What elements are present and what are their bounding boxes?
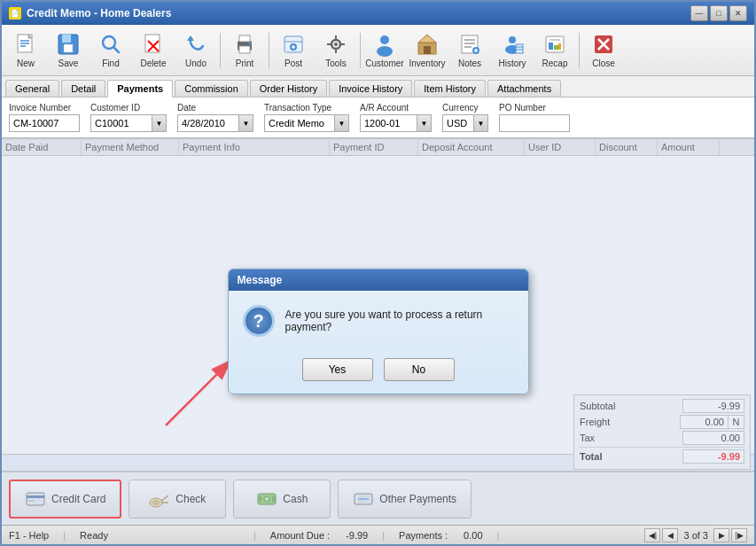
currency-dropdown[interactable]: ▼ bbox=[474, 114, 488, 132]
svg-point-29 bbox=[380, 35, 389, 44]
undo-button[interactable]: Undo bbox=[175, 28, 216, 73]
inventory-button[interactable]: Inventory bbox=[407, 28, 448, 73]
tools-button[interactable]: Tools bbox=[316, 28, 356, 73]
message-dialog: Message ? Are you sure you want to proce… bbox=[228, 269, 529, 394]
tab-order-history[interactable]: Order History bbox=[250, 80, 327, 97]
tab-payments[interactable]: Payments bbox=[107, 80, 173, 98]
tab-detail[interactable]: Detail bbox=[61, 80, 105, 97]
customer-icon bbox=[372, 32, 397, 57]
tab-general[interactable]: General bbox=[5, 80, 59, 97]
tab-commission[interactable]: Commission bbox=[175, 80, 248, 97]
save-button[interactable]: Save bbox=[48, 28, 89, 73]
close-button[interactable]: Close bbox=[583, 28, 624, 73]
maximize-button[interactable]: □ bbox=[710, 5, 728, 21]
help-text: F1 - Help bbox=[9, 530, 49, 541]
history-label: History bbox=[498, 58, 526, 68]
notes-label: Notes bbox=[458, 58, 481, 68]
status-bar: F1 - Help | Ready | Amount Due : -9.99 |… bbox=[2, 525, 754, 544]
dialog-question-icon: ? bbox=[243, 305, 275, 337]
notes-button[interactable]: Notes bbox=[449, 28, 490, 73]
customer-id-dropdown[interactable]: ▼ bbox=[152, 114, 167, 132]
amount-due-label: Amount Due : bbox=[270, 530, 330, 541]
currency-label: Currency bbox=[442, 103, 488, 113]
svg-line-9 bbox=[113, 47, 119, 52]
invoice-number-input[interactable] bbox=[9, 114, 80, 132]
new-button[interactable]: New bbox=[5, 28, 46, 73]
tab-item-history[interactable]: Item History bbox=[414, 80, 486, 97]
save-icon bbox=[56, 32, 81, 57]
delete-button[interactable]: Delete bbox=[133, 28, 174, 73]
close-window-button[interactable]: ✕ bbox=[729, 5, 747, 21]
svg-marker-32 bbox=[418, 35, 436, 43]
payments-label: Payments : bbox=[399, 530, 448, 541]
ar-account-dropdown[interactable]: ▼ bbox=[417, 114, 432, 132]
svg-rect-43 bbox=[516, 44, 523, 53]
window-title: Credit Memo - Home Dealers bbox=[27, 7, 171, 20]
svg-rect-7 bbox=[64, 44, 73, 52]
notes-icon bbox=[457, 32, 482, 57]
tab-attachments[interactable]: Attachments bbox=[487, 80, 561, 97]
ar-account-label: A/R Account bbox=[360, 103, 432, 113]
no-button[interactable]: No bbox=[384, 358, 455, 381]
post-button[interactable]: Post bbox=[273, 28, 314, 73]
print-button[interactable]: Print bbox=[224, 28, 265, 73]
recap-icon bbox=[542, 32, 567, 57]
svg-marker-13 bbox=[187, 35, 194, 41]
date-input[interactable] bbox=[177, 114, 239, 132]
history-icon bbox=[500, 32, 525, 57]
tools-label: Tools bbox=[325, 58, 346, 68]
post-label: Post bbox=[284, 58, 302, 68]
po-number-input[interactable] bbox=[499, 114, 570, 132]
status-text: Ready bbox=[80, 530, 108, 541]
date-label: Date bbox=[177, 103, 253, 113]
post-icon bbox=[281, 32, 306, 57]
print-label: Print bbox=[236, 58, 254, 68]
find-button[interactable]: Find bbox=[90, 28, 131, 73]
tab-bar: General Detail Payments Commission Order… bbox=[2, 76, 754, 98]
transaction-type-label: Transaction Type bbox=[264, 103, 349, 113]
ar-account-input[interactable] bbox=[360, 114, 417, 132]
find-icon bbox=[98, 32, 123, 57]
customer-button[interactable]: Customer bbox=[364, 28, 405, 73]
recap-label: Recap bbox=[542, 58, 568, 68]
next-record-button[interactable]: ▶ bbox=[713, 528, 729, 542]
transaction-type-dropdown[interactable]: ▼ bbox=[335, 114, 349, 132]
first-record-button[interactable]: ◀| bbox=[644, 528, 660, 542]
save-label: Save bbox=[58, 58, 79, 68]
svg-point-41 bbox=[509, 36, 516, 43]
page-info: 3 of 3 bbox=[683, 530, 708, 541]
recap-button[interactable]: Recap bbox=[534, 28, 575, 73]
amount-due-value: -9.99 bbox=[346, 530, 368, 541]
date-dropdown[interactable]: ▼ bbox=[239, 114, 253, 132]
po-number-label: PO Number bbox=[499, 103, 570, 113]
inventory-label: Inventory bbox=[409, 58, 445, 68]
svg-rect-49 bbox=[554, 45, 558, 50]
tab-invoice-history[interactable]: Invoice History bbox=[329, 80, 412, 97]
delete-label: Delete bbox=[141, 58, 167, 68]
window-icon: 📄 bbox=[9, 7, 21, 20]
last-record-button[interactable]: |▶ bbox=[731, 528, 747, 542]
svg-rect-50 bbox=[558, 43, 561, 50]
find-label: Find bbox=[102, 58, 119, 68]
minimize-button[interactable]: — bbox=[690, 5, 708, 21]
payments-value: 0.00 bbox=[464, 530, 482, 541]
yes-button[interactable]: Yes bbox=[302, 358, 373, 381]
svg-point-24 bbox=[334, 43, 338, 46]
customer-id-input[interactable] bbox=[90, 114, 152, 132]
dialog-title: Message bbox=[229, 269, 528, 291]
history-button[interactable]: History bbox=[492, 28, 533, 73]
currency-input[interactable] bbox=[442, 114, 474, 132]
prev-record-button[interactable]: ◀ bbox=[662, 528, 678, 542]
delete-icon bbox=[141, 32, 166, 57]
toolbar: New Save Find Delete Und bbox=[2, 25, 754, 76]
svg-rect-16 bbox=[239, 46, 250, 53]
close-label: Close bbox=[592, 58, 615, 68]
undo-label: Undo bbox=[185, 58, 207, 68]
svg-rect-15 bbox=[239, 35, 250, 42]
customer-label: Customer bbox=[365, 58, 403, 68]
transaction-type-input[interactable] bbox=[264, 114, 335, 132]
tools-icon bbox=[323, 32, 348, 57]
new-label: New bbox=[17, 58, 35, 68]
svg-rect-33 bbox=[424, 46, 431, 54]
svg-rect-48 bbox=[549, 43, 553, 50]
